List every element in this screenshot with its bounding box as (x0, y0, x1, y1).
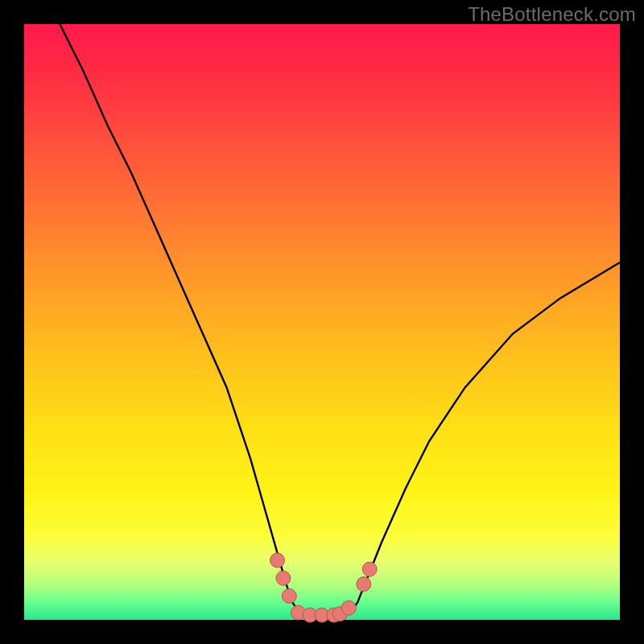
marker-group (270, 553, 378, 622)
watermark-text: TheBottleneck.com (468, 3, 636, 26)
marker-dot (270, 553, 285, 568)
chart-frame: TheBottleneck.com (0, 0, 644, 644)
marker-dot (362, 562, 377, 576)
marker-dot (357, 577, 371, 592)
marker-dot (341, 601, 356, 615)
plot-area (24, 24, 620, 620)
marker-layer (24, 24, 620, 620)
marker-dot (276, 571, 291, 585)
marker-dot (282, 588, 296, 603)
